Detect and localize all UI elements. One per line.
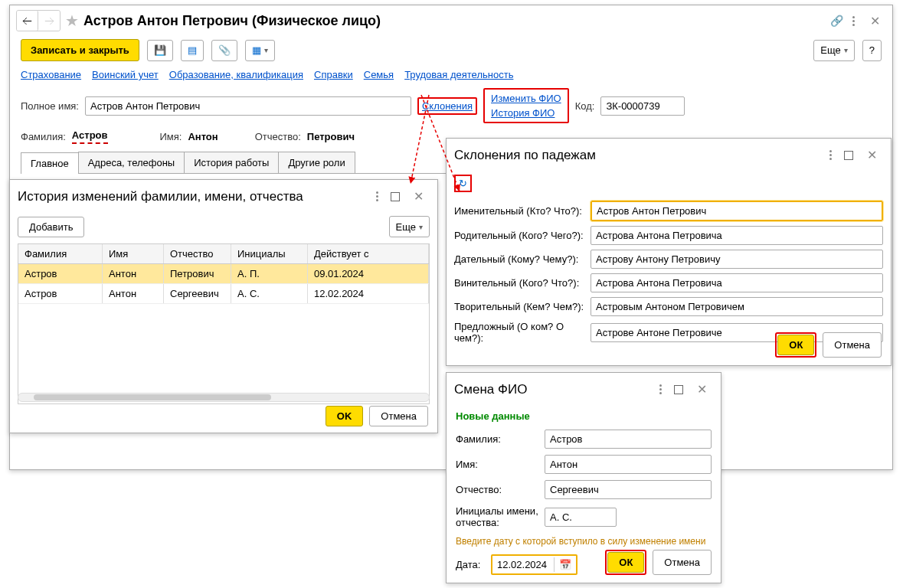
close-icon[interactable]: ✕ <box>407 186 430 207</box>
patronymic-label: Отчество: <box>255 131 301 142</box>
list-button[interactable]: ▤ <box>181 40 204 61</box>
kebab-icon[interactable] <box>848 11 859 31</box>
more-button[interactable]: Еще▾ <box>813 40 854 61</box>
lastname-label: Фамилия: <box>456 433 540 445</box>
initials-input[interactable] <box>545 508 617 527</box>
ok-button[interactable]: ОК <box>607 552 644 573</box>
floppy-icon: 💾 <box>154 44 166 56</box>
link-education[interactable]: Образование, квалификация <box>169 69 303 80</box>
kebab-icon[interactable] <box>655 380 666 399</box>
gen-input[interactable] <box>591 226 883 245</box>
maximize-icon[interactable] <box>844 151 853 160</box>
fullname-input[interactable] <box>85 96 411 116</box>
date-input[interactable] <box>492 556 554 573</box>
lastname-input[interactable] <box>545 430 712 449</box>
col-effective[interactable]: Действует с <box>308 244 429 263</box>
fullname-row: Полное имя: Склонения Изменить ФИО Истор… <box>10 85 892 126</box>
ok-button[interactable]: OK <box>326 406 364 426</box>
maximize-icon[interactable] <box>391 192 400 201</box>
nom-input[interactable] <box>591 201 883 221</box>
more-button[interactable]: Еще▾ <box>389 216 430 237</box>
patronymic-input[interactable] <box>545 480 712 499</box>
toolbar: Записать и закрыть 💾 ▤ 📎 ▦▾ Еще▾ ? <box>10 36 892 64</box>
add-button[interactable]: Добавить <box>18 217 84 237</box>
ins-input[interactable] <box>591 297 883 316</box>
save-button[interactable]: 💾 <box>147 40 173 61</box>
date-input-group: 📅 <box>491 554 577 575</box>
change-title-bar: Смена ФИО ✕ <box>447 373 721 406</box>
table-row[interactable]: Астров Антон Петрович А. П. 09.01.2024 <box>18 264 429 284</box>
history-title-bar: История изменений фамилии, имени, отчест… <box>10 180 437 213</box>
col-patronymic[interactable]: Отчество <box>164 244 231 263</box>
table-row[interactable]: Астров Антон Сергеевич А. С. 12.02.2024 <box>18 284 429 304</box>
history-footer: OK Отмена <box>326 406 428 426</box>
date-label: Дата: <box>456 559 486 570</box>
col-initials[interactable]: Инициалы <box>231 244 308 263</box>
help-button[interactable]: ? <box>862 40 882 61</box>
declensions-title: Склонения по падежам <box>454 148 819 163</box>
report-icon: ▦ <box>252 44 261 56</box>
tab-work-history[interactable]: История работы <box>184 152 279 173</box>
tab-other-roles[interactable]: Другие роли <box>278 152 355 173</box>
nav-group: 🡠 🡢 <box>16 10 61 31</box>
close-icon[interactable]: ✕ <box>864 11 886 31</box>
code-label: Код: <box>575 100 595 112</box>
list-icon: ▤ <box>188 44 197 56</box>
declensions-footer: ОК Отмена <box>775 332 882 358</box>
fullname-label: Полное имя: <box>21 100 79 112</box>
dat-label: Дательный (Кому? Чему?): <box>454 253 586 265</box>
gen-label: Родительный (Кого? Чего?): <box>454 230 586 241</box>
chevron-down-icon: ▾ <box>264 46 268 54</box>
kebab-icon[interactable] <box>825 145 836 165</box>
close-icon[interactable]: ✕ <box>861 145 883 165</box>
link-family[interactable]: Семья <box>364 69 394 80</box>
link-references[interactable]: Справки <box>314 69 353 80</box>
firstname-input[interactable] <box>545 455 712 474</box>
tab-addresses[interactable]: Адреса, телефоны <box>78 152 185 173</box>
history-toolbar: Добавить Еще▾ <box>10 213 437 240</box>
col-lastname[interactable]: Фамилия <box>18 244 103 263</box>
tab-main[interactable]: Главное <box>21 152 79 174</box>
code-input[interactable] <box>600 96 685 116</box>
clip-icon: 📎 <box>218 44 231 56</box>
window-title: Астров Антон Петрович (Физическое лицо) <box>83 13 826 29</box>
link-row: Страхование Воинский учет Образование, к… <box>10 64 892 85</box>
dat-input[interactable] <box>591 250 883 269</box>
ok-button[interactable]: ОК <box>777 335 814 355</box>
acc-input[interactable] <box>591 273 883 292</box>
nom-label: Именительный (Кто? Что?): <box>454 205 586 217</box>
col-firstname[interactable]: Имя <box>103 244 164 263</box>
link-work[interactable]: Трудовая деятельность <box>404 69 513 80</box>
firstname-label: Имя: <box>160 131 182 142</box>
link-insurance[interactable]: Страхование <box>21 69 81 80</box>
h-scrollbar[interactable] <box>18 393 430 402</box>
change-footer: ОК Отмена <box>605 550 712 575</box>
change-fio-link[interactable]: Изменить ФИО <box>491 93 561 104</box>
history-title: История изменений фамилии, имени, отчест… <box>18 189 365 204</box>
back-button[interactable]: 🡠 <box>17 11 38 31</box>
new-data-header: Новые данные <box>447 406 721 426</box>
star-icon[interactable]: ★ <box>65 11 79 30</box>
save-close-button[interactable]: Записать и закрыть <box>21 39 139 61</box>
pre-label: Предложный (О ком? О чем?): <box>454 321 586 344</box>
link-icon[interactable]: 🔗 <box>830 15 843 27</box>
refresh-icon[interactable]: ↻ <box>459 178 467 189</box>
cancel-button[interactable]: Отмена <box>369 406 428 426</box>
report-dropdown[interactable]: ▦▾ <box>245 40 275 61</box>
cancel-button[interactable]: Отмена <box>653 550 712 575</box>
history-dialog: История изменений фамилии, имени, отчест… <box>9 179 438 433</box>
kebab-icon[interactable] <box>371 187 383 206</box>
chevron-down-icon: ▾ <box>419 223 423 231</box>
calendar-icon[interactable]: 📅 <box>554 557 576 572</box>
cancel-button[interactable]: Отмена <box>823 332 882 358</box>
link-military[interactable]: Воинский учет <box>92 69 159 80</box>
declensions-dialog: Склонения по падежам ✕ ↻ Именительный (К… <box>446 138 892 366</box>
attach-button[interactable]: 📎 <box>211 40 237 61</box>
close-icon[interactable]: ✕ <box>691 379 713 400</box>
declensions-title-bar: Склонения по падежам ✕ <box>447 139 891 172</box>
history-fio-link[interactable]: История ФИО <box>491 107 561 119</box>
forward-button[interactable]: 🡢 <box>38 11 60 31</box>
maximize-icon[interactable] <box>674 385 683 394</box>
acc-label: Винительный (Кого? Что?): <box>454 277 586 289</box>
declensions-link[interactable]: Склонения <box>422 100 473 112</box>
